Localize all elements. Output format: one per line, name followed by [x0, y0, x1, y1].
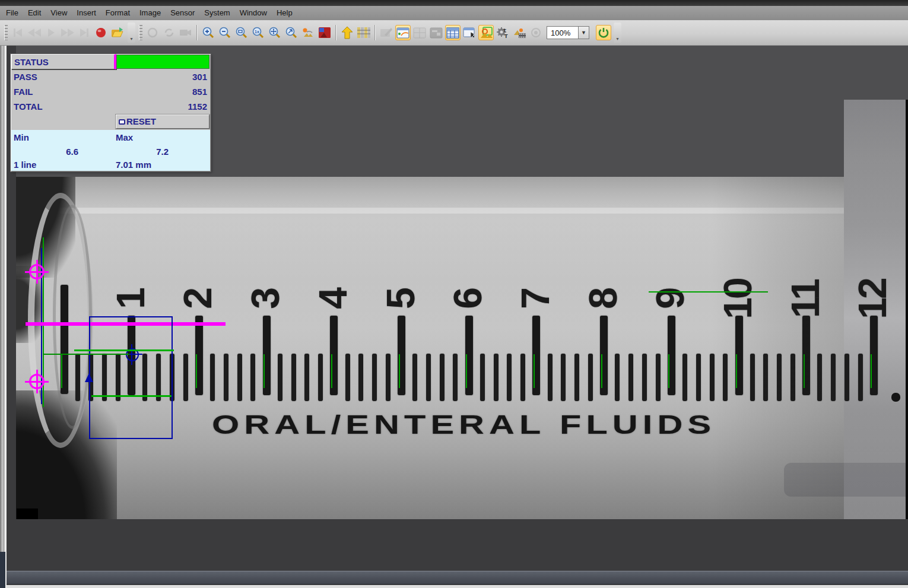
measurement-extent-line[interactable]	[43, 354, 129, 355]
skip-start-button[interactable]	[10, 25, 26, 40]
acquire-up-button[interactable]	[339, 25, 355, 40]
ruler-number-8: 8	[580, 289, 626, 309]
ruler-number-5: 5	[378, 289, 423, 309]
ruler-major-tick	[465, 316, 473, 395]
image-monitor-button[interactable]	[478, 25, 494, 40]
inspection-results-panel: STATUS PASS 301 FAIL 851 TOTAL 1152 RESE…	[11, 54, 211, 171]
zoom-level-value[interactable]: 100%	[547, 26, 579, 39]
reset-button[interactable]: RESET	[116, 115, 209, 129]
svg-text:T: T	[503, 28, 506, 33]
skip-end-icon	[80, 28, 87, 37]
zoom-region-button[interactable]	[284, 25, 299, 40]
refresh-icon	[163, 27, 175, 39]
caliper-handle-crosshair-top[interactable]	[29, 264, 45, 279]
run-online-button[interactable]	[596, 25, 611, 40]
circle-icon	[147, 27, 158, 39]
menu-format[interactable]: Format	[101, 6, 135, 20]
ruler-major-tick	[802, 316, 810, 395]
toolbar-grip[interactable]	[4, 25, 8, 40]
window-config-icon	[430, 27, 443, 39]
toolbar-overflow-button[interactable]: ▾	[614, 23, 621, 43]
image-record-button[interactable]	[512, 25, 527, 40]
menu-sensor[interactable]: Sensor	[166, 6, 199, 20]
ruler-minor-tick	[102, 354, 107, 401]
tick-edge-marker-line[interactable]	[804, 354, 805, 388]
skip-end-button[interactable]	[77, 25, 92, 40]
pan-image-icon	[301, 27, 315, 39]
zoom-fit-button[interactable]	[267, 25, 282, 40]
measurement-result-line-top[interactable]	[74, 349, 174, 351]
tick-edge-marker-line[interactable]	[61, 354, 62, 388]
menu-window[interactable]: Window	[235, 6, 272, 20]
status-bar	[7, 571, 908, 584]
tick-edge-marker-line[interactable]	[871, 354, 872, 388]
fast-forward-button[interactable]	[60, 25, 75, 40]
graphic-display-button[interactable]	[395, 25, 411, 40]
zoom-level-dropdown-button[interactable]: ▼	[579, 26, 589, 39]
tick-edge-marker-line[interactable]	[534, 354, 535, 388]
found-point-crosshair[interactable]	[126, 348, 139, 361]
roi-direction-arrow[interactable]	[85, 373, 93, 382]
menu-file[interactable]: File	[1, 6, 23, 20]
zoom-1x-button[interactable]: 1x	[250, 25, 266, 40]
menu-edit[interactable]: Edit	[23, 6, 46, 20]
circle-tool-button[interactable]	[145, 25, 160, 40]
tick-edge-marker-line[interactable]	[331, 354, 332, 388]
tick-edge-marker-line[interactable]	[668, 354, 669, 388]
toolbar-separator	[374, 25, 376, 40]
menu-image[interactable]: Image	[135, 6, 166, 20]
photo-dark-corner-top-left	[16, 177, 75, 278]
main-toolbar: ▾ 1x TT 100% ▼ ▾	[0, 20, 908, 46]
layout-button[interactable]	[412, 25, 427, 40]
menu-insert[interactable]: Insert	[72, 6, 101, 20]
refresh-button[interactable]	[161, 25, 177, 40]
play-button[interactable]	[43, 25, 59, 40]
measurement-reference-line[interactable]	[649, 291, 768, 293]
filmstrip-grid-icon	[357, 26, 371, 39]
zoom-in-icon	[202, 26, 215, 39]
ruler-minor-tick	[358, 354, 363, 401]
pan-image-button[interactable]	[300, 25, 316, 40]
tool-settings-button[interactable]: TT	[495, 25, 510, 40]
reset-icon	[119, 119, 125, 125]
edge-tool-line[interactable]	[41, 248, 42, 404]
data-table-button[interactable]	[445, 25, 461, 40]
edge-found-line-left[interactable]	[43, 237, 44, 407]
edit-graphic-button[interactable]	[379, 25, 394, 40]
caliper-handle-crosshair-bottom[interactable]	[29, 374, 45, 389]
rewind-button[interactable]	[27, 25, 42, 40]
caliper-search-line[interactable]	[26, 322, 226, 326]
zoom-in-button[interactable]	[201, 25, 216, 40]
menu-view[interactable]: View	[46, 6, 72, 20]
zoom-window-button[interactable]	[234, 25, 249, 40]
tick-edge-marker-line[interactable]	[263, 354, 265, 388]
filmstrip-grid-button[interactable]	[356, 25, 372, 40]
ruler-number-6: 6	[445, 289, 490, 309]
record-button[interactable]	[93, 25, 109, 40]
zoom-out-button[interactable]	[217, 25, 233, 40]
menu-help[interactable]: Help	[272, 6, 297, 20]
camera-button[interactable]	[178, 25, 193, 40]
window-config-button[interactable]	[428, 25, 444, 40]
ruler-number-12: 12	[850, 279, 895, 319]
toolbar-overflow-button[interactable]: ▾	[128, 23, 135, 43]
tick-edge-marker-line[interactable]	[466, 354, 467, 388]
toolbar-grip[interactable]	[139, 25, 142, 40]
measurement-result-line-bottom[interactable]	[91, 395, 172, 397]
window-pointer-icon	[463, 27, 476, 39]
ruler-minor-tick	[763, 354, 768, 401]
left-dock-strip[interactable]	[0, 46, 7, 588]
image-display-button[interactable]	[317, 25, 332, 40]
tick-edge-marker-line[interactable]	[399, 354, 400, 388]
ruler-minor-tick	[710, 354, 715, 401]
ruler-major-tick	[263, 316, 271, 395]
tick-edge-marker-line[interactable]	[601, 354, 602, 388]
tick-edge-marker-line[interactable]	[736, 354, 737, 388]
sensor-status-button[interactable]	[528, 25, 544, 40]
menu-system[interactable]: System	[199, 6, 234, 20]
tick-edge-marker-line[interactable]	[196, 354, 197, 388]
roi-search-rectangle[interactable]	[89, 316, 173, 439]
ruler-minor-tick	[480, 354, 485, 401]
window-pointer-button[interactable]	[462, 25, 477, 40]
open-image-button[interactable]	[110, 25, 125, 40]
